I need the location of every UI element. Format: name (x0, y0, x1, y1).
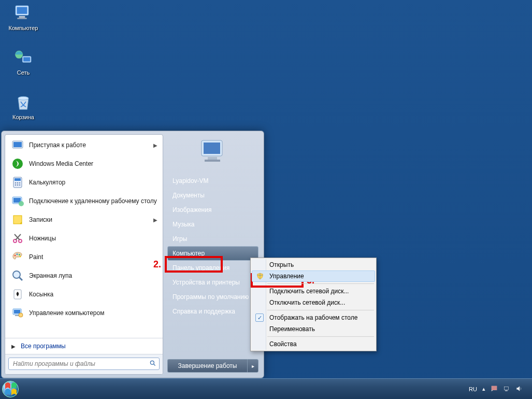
svg-rect-32 (14, 310, 20, 314)
desktop-icon-label: Корзина (4, 114, 42, 120)
start-right-item-3[interactable]: Музыка (167, 217, 258, 232)
svg-point-18 (19, 184, 21, 186)
start-button[interactable] (0, 379, 21, 400)
start-right-item-2[interactable]: Изображения (167, 203, 258, 217)
svg-point-26 (17, 253, 18, 255)
desktop-icon-recycle-bin[interactable]: Корзина (4, 92, 42, 120)
getting-started-icon (10, 138, 25, 152)
start-right-item-6[interactable]: Панель управления (167, 261, 258, 275)
sticky-notes-icon (10, 212, 25, 227)
svg-point-29 (13, 271, 20, 278)
magnifier-icon (10, 268, 25, 283)
desktop-icon-network[interactable]: Сеть (4, 48, 42, 76)
program-rdp[interactable]: Подключение к удаленному рабочему столу (5, 192, 163, 210)
start-menu-left-pane: Приступая к работе ▶ Windows Media Cente… (5, 134, 163, 375)
windows-orb-icon (2, 381, 19, 397)
program-solitaire[interactable]: Косынка (5, 285, 163, 304)
calculator-icon (10, 175, 25, 190)
start-right-item-8[interactable]: Программы по умолчанию (167, 290, 258, 304)
svg-point-13 (15, 182, 17, 184)
svg-point-27 (19, 254, 20, 255)
svg-rect-42 (505, 390, 508, 391)
media-center-icon (10, 156, 25, 171)
svg-point-28 (20, 256, 21, 258)
shutdown-button[interactable]: Завершение работы (167, 359, 247, 373)
desktop-icon-computer[interactable]: Компьютер (4, 3, 42, 31)
solitaire-icon (10, 287, 25, 302)
svg-point-35 (150, 361, 154, 364)
program-snipping[interactable]: Ножницы (5, 229, 163, 248)
program-computer-mgmt[interactable]: Управление компьютером (5, 304, 163, 322)
network-tray-icon[interactable] (503, 385, 510, 393)
submenu-arrow-icon: ▶ (153, 142, 157, 148)
program-sticky-notes[interactable]: Записки ▶ (5, 210, 163, 229)
search-icon[interactable] (149, 360, 156, 368)
action-center-icon[interactable] (491, 385, 498, 393)
scissors-icon (10, 231, 25, 246)
recycle-bin-icon (13, 92, 34, 113)
user-avatar-icon[interactable] (197, 137, 228, 165)
svg-rect-12 (15, 178, 21, 181)
svg-rect-22 (13, 216, 22, 224)
start-right-item-9[interactable]: Справка и поддержка (167, 304, 258, 319)
svg-rect-9 (13, 142, 22, 147)
network-icon (13, 48, 34, 68)
desktop[interactable]: Компьютер Сеть Корзина Приступая к работ… (0, 0, 532, 399)
svg-point-7 (18, 96, 28, 100)
annotation-2: 2. (153, 259, 161, 270)
tray-expand-icon[interactable]: ▴ (482, 386, 485, 392)
start-menu-right-pane: Lyapidov-VMДокументыИзображенияМузыкаИгр… (165, 134, 261, 375)
context-item-4[interactable]: Отключить сетевой диск... (252, 297, 375, 308)
system-tray: RU ▴ (469, 385, 532, 393)
svg-point-16 (15, 184, 17, 186)
search-row (5, 354, 163, 374)
desktop-icon-label: Сеть (4, 69, 42, 76)
taskbar[interactable]: RU ▴ (0, 378, 532, 399)
language-indicator[interactable]: RU (469, 386, 477, 392)
program-getting-started[interactable]: Приступая к работе ▶ (5, 136, 163, 154)
svg-rect-1 (17, 7, 27, 14)
context-item-0[interactable]: Открыть (252, 259, 375, 270)
context-menu: ОткрытьУправлениеПодключить сетевой диск… (250, 258, 377, 351)
start-right-item-1[interactable]: Документы (167, 188, 258, 203)
svg-point-21 (19, 201, 24, 206)
context-item-3[interactable]: Подключить сетевой диск... (252, 286, 375, 297)
svg-rect-39 (205, 160, 220, 162)
svg-point-34 (19, 313, 23, 317)
program-paint[interactable]: Paint (5, 248, 163, 266)
program-magnifier[interactable]: Экранная лупа (5, 266, 163, 285)
start-right-item-7[interactable]: Устройства и принтеры (167, 275, 258, 290)
chevron-right-icon: ▶ (11, 344, 16, 349)
chevron-right-icon: ▸ (252, 363, 254, 369)
context-item-9[interactable]: Свойства (252, 338, 375, 350)
computer-mgmt-icon (10, 306, 25, 320)
context-item-6[interactable]: Отображать на рабочем столе✓ (252, 312, 375, 323)
shutdown-label: Завершение работы (178, 362, 237, 369)
all-programs-button[interactable]: ▶ Все программы (5, 338, 163, 354)
desktop-icon-label: Компьютер (4, 25, 42, 31)
svg-rect-3 (17, 18, 26, 19)
computer-icon (13, 3, 34, 24)
start-right-item-4[interactable]: Игры (167, 232, 258, 246)
paint-icon (10, 250, 25, 264)
svg-point-25 (15, 255, 16, 256)
volume-icon[interactable] (515, 385, 523, 393)
shutdown-more-button[interactable]: ▸ (247, 359, 258, 373)
svg-rect-41 (504, 387, 508, 390)
svg-point-17 (17, 184, 19, 186)
svg-rect-38 (208, 157, 217, 160)
all-programs-label: Все программы (21, 343, 66, 350)
search-input[interactable] (8, 358, 160, 370)
shield-icon (256, 273, 264, 280)
program-media-center[interactable]: Windows Media Center (5, 154, 163, 173)
context-separator (267, 310, 374, 310)
context-item-1[interactable]: Управление (252, 270, 375, 282)
start-right-item-5[interactable]: Компьютер (167, 246, 258, 261)
start-menu: Приступая к работе ▶ Windows Media Cente… (1, 131, 264, 378)
program-calculator[interactable]: Калькулятор (5, 173, 163, 192)
context-separator (267, 336, 374, 337)
rdp-icon (10, 194, 25, 208)
checkmark-icon: ✓ (255, 314, 264, 322)
context-item-7[interactable]: Переименовать (252, 323, 375, 335)
start-right-item-0[interactable]: Lyapidov-VM (167, 174, 258, 188)
